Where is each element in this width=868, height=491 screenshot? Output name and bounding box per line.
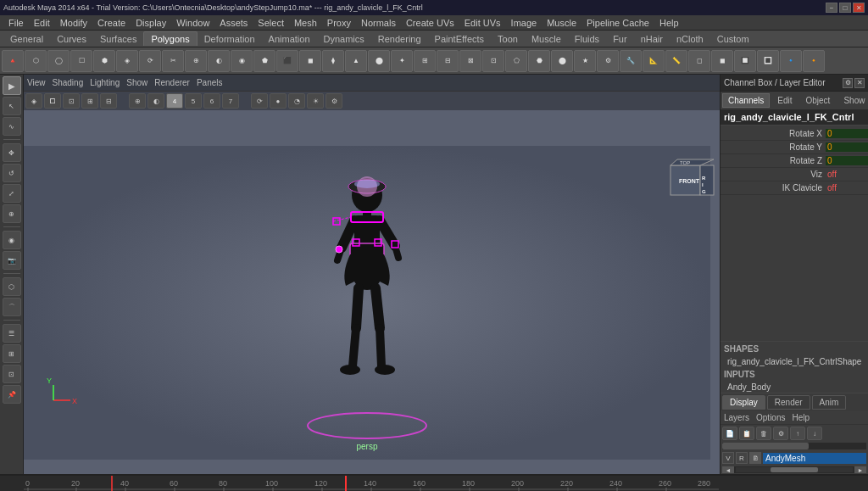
layer-icon-4[interactable]: ⚙ — [773, 427, 788, 440]
viewport-btn-6[interactable]: ⊕ — [129, 93, 146, 109]
panel-close[interactable]: ✕ — [854, 78, 865, 88]
tab-edit[interactable]: Edit — [771, 93, 798, 108]
select-tool[interactable]: ▶ — [3, 76, 21, 95]
shelf-icon-22[interactable]: ⬠ — [505, 50, 527, 72]
timeline-ruler[interactable]: 0 20 40 60 80 100 120 140 160 180 200 22… — [0, 476, 868, 491]
menu-item-edit uvs[interactable]: Edit UVs — [459, 18, 506, 28]
shelf-icon-26[interactable]: ⚙ — [597, 50, 619, 72]
shelf-icon-17[interactable]: ✦ — [391, 50, 413, 72]
shelf-icon-30[interactable]: ◻ — [688, 50, 710, 72]
shelf-tab-dynamics[interactable]: Dynamics — [317, 32, 371, 46]
shelf-tab-deformation[interactable]: Deformation — [198, 32, 262, 46]
menu-item-muscle[interactable]: Muscle — [542, 18, 581, 28]
layer-v-btn[interactable]: V — [722, 452, 734, 464]
snap-tool[interactable]: ⊡ — [3, 365, 21, 383]
layer-icon-3[interactable]: 🗑 — [756, 427, 771, 440]
shelf-icon-23[interactable]: ⬣ — [528, 50, 550, 72]
shelf-tab-nhair[interactable]: nHair — [634, 32, 670, 46]
shelf-icon-29[interactable]: 📏 — [665, 50, 687, 72]
shelf-icon-16[interactable]: ⬤ — [368, 50, 390, 72]
viewport-btn-1[interactable]: ◈ — [25, 93, 42, 109]
menu-item-image[interactable]: Image — [506, 18, 542, 28]
shelf-tab-muscle[interactable]: Muscle — [525, 32, 568, 46]
shelf-icon-10[interactable]: ◉ — [231, 50, 253, 72]
viewport-btn-3[interactable]: ⊡ — [63, 93, 80, 109]
viewport-btn-16[interactable]: ⚙ — [326, 93, 342, 109]
shelf-icon-11[interactable]: ⬟ — [253, 50, 275, 72]
grid-tool[interactable]: ⊞ — [3, 344, 21, 363]
shelf-icon-24[interactable]: ⬤ — [551, 50, 573, 72]
viewport-shading-menu[interactable]: Shading — [53, 78, 84, 87]
shelf-icon-1[interactable]: ⬡ — [25, 50, 47, 72]
shelf-tab-general[interactable]: General — [3, 32, 50, 46]
shelf-icon-20[interactable]: ⊠ — [459, 50, 481, 72]
viewport-btn-7[interactable]: ◐ — [147, 93, 164, 109]
shelf-icon-2[interactable]: ◯ — [47, 50, 70, 72]
viewport-lighting-menu[interactable]: Lighting — [90, 78, 120, 87]
pin-tool[interactable]: 📌 — [3, 385, 21, 404]
menu-item-help[interactable]: Help — [654, 18, 684, 28]
shelf-icon-35[interactable]: 🔸 — [803, 50, 825, 72]
shelf-tab-animation[interactable]: Animation — [262, 32, 317, 46]
scale-tool[interactable]: ⤢ — [3, 184, 21, 203]
lasso-tool[interactable]: ∿ — [3, 117, 21, 136]
viewport[interactable]: View Shading Lighting Show Renderer Pane… — [24, 75, 720, 474]
viz-value[interactable] — [826, 170, 868, 179]
shelf-icon-8[interactable]: ⊕ — [185, 50, 207, 72]
shelf-tab-toon[interactable]: Toon — [491, 32, 525, 46]
move-tool[interactable]: ↖ — [3, 97, 21, 115]
menu-item-proxy[interactable]: Proxy — [322, 18, 356, 28]
ltab-anim[interactable]: Anim — [812, 395, 847, 410]
viewport-btn-11[interactable]: 7 — [222, 93, 239, 109]
viewport-btn-12[interactable]: ⟳ — [251, 93, 268, 109]
menu-item-create[interactable]: Create — [92, 18, 131, 28]
viewport-btn-8[interactable]: 4 — [166, 93, 183, 109]
layer-icon-6[interactable]: ↓ — [807, 427, 822, 440]
shelf-icon-32[interactable]: 🔲 — [734, 50, 756, 72]
shelf-icon-34[interactable]: 🔹 — [780, 50, 802, 72]
shelf-icon-13[interactable]: ◼ — [299, 50, 321, 72]
translate-tool[interactable]: ✥ — [3, 143, 21, 162]
rotate-x-value[interactable] — [826, 129, 868, 138]
menu-item-window[interactable]: Window — [171, 18, 214, 28]
shelf-icon-12[interactable]: ⬛ — [276, 50, 298, 72]
layer-layers-menu[interactable]: Layers — [724, 413, 749, 422]
panel-settings[interactable]: ⚙ — [843, 78, 853, 88]
viewport-btn-15[interactable]: ☀ — [307, 93, 324, 109]
show-hide[interactable]: ☰ — [3, 324, 21, 343]
shelf-icon-28[interactable]: 📐 — [643, 50, 665, 72]
shelf-icon-19[interactable]: ⊟ — [437, 50, 459, 72]
shelf-tab-polygons[interactable]: Polygons — [143, 31, 197, 46]
viewport-btn-14[interactable]: ◔ — [288, 93, 305, 109]
shelf-tab-fur[interactable]: Fur — [606, 32, 634, 46]
layer-scrollbar[interactable] — [722, 443, 866, 449]
shelf-icon-21[interactable]: ⊡ — [482, 50, 504, 72]
viewport-btn-2[interactable]: ⧠ — [44, 93, 61, 109]
menu-item-normals[interactable]: Normals — [356, 18, 401, 28]
layer-name[interactable]: AndyMesh — [763, 453, 866, 464]
shelf-tab-rendering[interactable]: Rendering — [371, 32, 428, 46]
shelf-icon-15[interactable]: ▲ — [345, 50, 367, 72]
tab-object[interactable]: Object — [800, 93, 837, 108]
shelf-icon-27[interactable]: 🔧 — [620, 50, 642, 72]
shelf-tab-curves[interactable]: Curves — [50, 32, 93, 46]
layer-icon-5[interactable]: ↑ — [790, 427, 805, 440]
menu-item-display[interactable]: Display — [131, 18, 171, 28]
nav-cube[interactable]: FRONT R I G TOP — [660, 153, 715, 208]
soft-select[interactable]: ◉ — [3, 231, 21, 249]
viewport-show-menu[interactable]: Show — [126, 78, 147, 87]
rotate-z-value[interactable] — [826, 156, 868, 165]
shelf-icon-3[interactable]: ☐ — [70, 50, 92, 72]
layer-h-scrollbar[interactable]: ◄ ► — [722, 466, 866, 473]
shelf-icon-14[interactable]: ⧫ — [322, 50, 344, 72]
layer-options-menu[interactable]: Options — [756, 413, 785, 422]
viewport-btn-13[interactable]: ● — [270, 93, 287, 109]
layer-help-menu[interactable]: Help — [792, 413, 810, 422]
ik-value[interactable] — [826, 183, 868, 192]
shelf-icon-9[interactable]: ◐ — [208, 50, 230, 72]
viewport-view-menu[interactable]: View — [27, 78, 46, 87]
menu-item-edit[interactable]: Edit — [29, 18, 55, 28]
layer-icon-2[interactable]: 📋 — [739, 427, 754, 440]
tab-channels[interactable]: Channels — [722, 93, 770, 108]
viewport-panels-menu[interactable]: Panels — [197, 78, 223, 87]
